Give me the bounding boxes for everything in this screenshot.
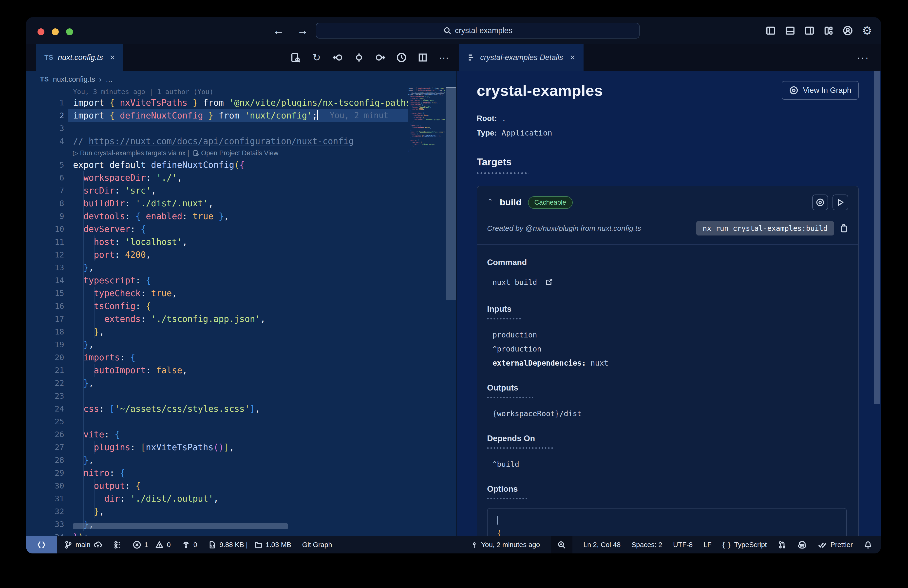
timeline-icon[interactable]: [396, 52, 407, 63]
view-in-graph-button[interactable]: View In Graph: [782, 81, 859, 100]
file-icon: [208, 541, 216, 549]
next-change-icon[interactable]: [375, 52, 386, 63]
copilot-status[interactable]: [797, 540, 807, 549]
indent-guide: [105, 313, 105, 325]
file-size-status[interactable]: 9.88 KB | 1.03 MB: [208, 541, 291, 549]
breadcrumb[interactable]: TS nuxt.config.ts › …: [26, 71, 456, 87]
copilot-icon: [797, 540, 807, 549]
minimize-window-button[interactable]: [52, 28, 59, 35]
outputs-heading: Outputs: [487, 383, 848, 393]
more-actions-icon[interactable]: ···: [438, 52, 449, 63]
indentation-status[interactable]: Spaces: 2: [631, 541, 662, 549]
breadcrumb-file[interactable]: nuxt.config.ts: [53, 75, 95, 84]
collapse-chevron-icon[interactable]: ⌃: [487, 197, 493, 206]
previous-change-icon[interactable]: [332, 52, 343, 63]
code-line: 5export default defineNuxtConfig({: [26, 158, 408, 171]
nx-run-command-chip[interactable]: nx run crystal-examples:build: [696, 221, 834, 235]
nav-forward-icon[interactable]: →: [297, 24, 308, 37]
search-value: crystal-examples: [455, 26, 512, 35]
remote-indicator[interactable]: [26, 536, 57, 553]
blame-annotation: You, 3 minutes ago | 1 author (You): [26, 87, 408, 96]
tab-nuxt-config[interactable]: TS nuxt.config.ts ×: [36, 44, 123, 71]
zoom-in-icon: [557, 540, 566, 549]
command-center-search[interactable]: crystal-examples: [316, 23, 639, 39]
run-target-codelens[interactable]: Run crystal-examples targets via nx: [80, 149, 187, 157]
indent-guide: [94, 287, 95, 338]
chevron-right-icon: ›: [99, 75, 101, 84]
language-status[interactable]: { } TypeScript: [723, 541, 767, 549]
inline-blame: You, 2 minut: [330, 109, 388, 122]
compare-changes-status[interactable]: [113, 541, 122, 549]
target-card-build: ⌃ build Cacheable Created by @nx/nuxt/pl…: [477, 185, 859, 536]
external-link-icon[interactable]: [545, 278, 553, 286]
folder-icon: [254, 541, 262, 549]
remote-icon: [37, 540, 47, 550]
code-editor[interactable]: You, 3 minutes ago | 1 author (You)1impo…: [26, 87, 456, 536]
toggle-panel-icon[interactable]: [785, 25, 795, 36]
current-change-icon[interactable]: [353, 52, 365, 63]
nav-back-icon[interactable]: ←: [273, 24, 284, 37]
bell-icon: [864, 540, 873, 549]
editor-horizontal-scrollbar[interactable]: [73, 524, 288, 529]
titlebar: ← → crystal-examples ⚙: [26, 17, 881, 44]
close-window-button[interactable]: [37, 28, 44, 35]
project-title: crystal-examples: [477, 82, 603, 99]
maximize-window-button[interactable]: [66, 28, 73, 35]
editor-vertical-scrollbar[interactable]: [446, 87, 456, 536]
open-project-details-codelens[interactable]: Open Project Details View: [201, 149, 279, 157]
double-check-icon: [818, 540, 828, 550]
run-target-button[interactable]: [832, 195, 848, 210]
input-item: production: [487, 330, 848, 339]
options-json-editor[interactable]: { "cwd": "."}: [487, 508, 847, 536]
depends-on-heading: Depends On: [487, 434, 848, 443]
text-cursor: [317, 110, 318, 120]
typescript-file-icon: TS: [40, 76, 49, 83]
settings-gear-icon[interactable]: ⚙: [861, 25, 873, 36]
breadcrumb-more[interactable]: …: [106, 75, 113, 84]
minimap[interactable]: import { nxViteTsPaths } from '@nx/vite/…: [408, 87, 445, 536]
git-branch-status[interactable]: main: [64, 540, 102, 549]
code-line: 2import { defineNuxtConfig } from 'nuxt/…: [26, 109, 408, 122]
tab-project-details[interactable]: crystal-examples Details ×: [459, 44, 584, 71]
panel-tab-label: crystal-examples Details: [480, 53, 563, 62]
codelens-row: ▷ Run crystal-examples targets via nx | …: [26, 148, 408, 158]
extension-status[interactable]: [778, 540, 787, 549]
close-panel-tab-icon[interactable]: ×: [570, 52, 575, 63]
formatter-status[interactable]: Prettier: [818, 540, 853, 550]
refresh-icon[interactable]: ↻: [311, 52, 322, 63]
open-preview-icon[interactable]: [290, 52, 301, 63]
panel-more-actions-icon[interactable]: ···: [856, 44, 869, 71]
blame-status[interactable]: You, 2 minutes ago: [470, 541, 540, 549]
eol-status[interactable]: LF: [704, 541, 712, 549]
encoding-status[interactable]: UTF-8: [673, 541, 692, 549]
split-editor-icon[interactable]: [417, 52, 428, 63]
window-controls: [37, 28, 73, 35]
customize-layout-icon[interactable]: [823, 25, 834, 36]
copy-command-icon[interactable]: [839, 224, 848, 233]
typescript-file-icon: TS: [44, 54, 53, 61]
cursor-position-status[interactable]: Ln 2, Col 48: [583, 541, 621, 549]
run-target-codelens[interactable]: ▷: [73, 149, 80, 157]
open-details-icon[interactable]: [193, 149, 201, 157]
toggle-secondary-sidebar-icon[interactable]: [804, 25, 815, 36]
zoom-status[interactable]: [551, 536, 572, 553]
view-target-in-graph-button[interactable]: [812, 195, 828, 210]
publish-cloud-icon: [93, 540, 102, 549]
details-list-icon: [467, 53, 476, 62]
targets-heading: Targets: [477, 156, 859, 168]
pull-request-icon: [778, 540, 787, 549]
options-heading: Options: [487, 484, 848, 494]
problems-status[interactable]: 1 0: [132, 540, 171, 549]
notifications-status[interactable]: [864, 540, 873, 549]
panel-vertical-scrollbar[interactable]: [874, 71, 881, 404]
indent-guide: [105, 492, 105, 505]
nx-details-pane: crystal-examples Details × ··· crystal-e…: [456, 44, 881, 536]
braces-icon: { }: [723, 541, 731, 549]
app-window: ← → crystal-examples ⚙: [26, 17, 881, 553]
indent-guide: [94, 364, 95, 377]
account-icon[interactable]: [842, 25, 853, 36]
toggle-primary-sidebar-icon[interactable]: [765, 25, 776, 36]
forwarded-ports-status[interactable]: 0: [182, 540, 197, 549]
close-tab-icon[interactable]: ×: [110, 52, 115, 63]
git-graph-status[interactable]: Git Graph: [302, 541, 332, 549]
